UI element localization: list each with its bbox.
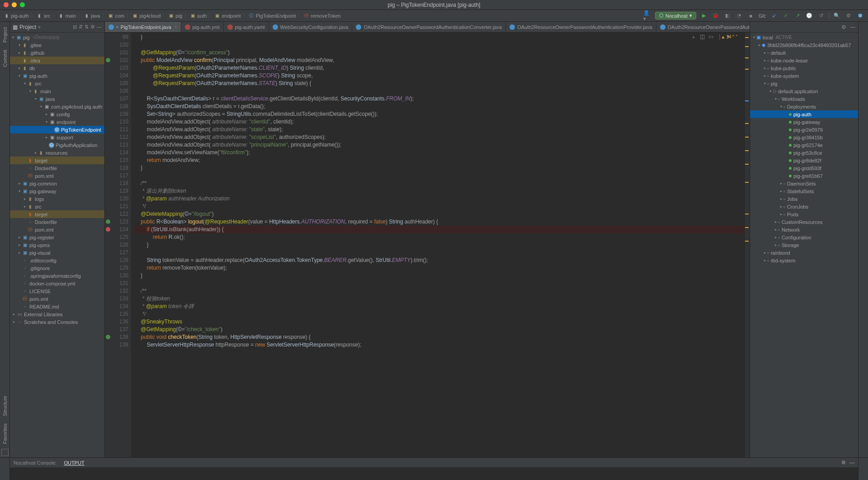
git-history-icon[interactable]: 🕘 — [805, 12, 813, 20]
breadcrumb[interactable]: ▮pig-auth〉▮src〉▮main〉▮java〉▣com〉▣pig4clo… — [4, 13, 340, 19]
tree-item[interactable]: ▫.gitignore — [10, 264, 104, 272]
nocalhost-tree-item[interactable]: pig-gateway — [750, 118, 858, 126]
breadcrumb-item[interactable]: ▣pig4cloud — [132, 13, 160, 19]
breadcrumb-item[interactable]: ▮pig-auth — [4, 13, 29, 19]
more-icon[interactable]: ⋮ — [717, 33, 722, 41]
nocalhost-tree[interactable]: ▾▣ localACTIVE ▸◆ 3fdd22b806fb4f6ca23c49… — [750, 33, 858, 457]
code-viewport[interactable]: ▲ 14 ^ ˅ ＋ ◫ ▭ ⋮ ✦ } @GetMapping(©="/con… — [131, 33, 744, 457]
profile-button[interactable]: ◔ — [735, 12, 743, 20]
nocalhost-tree-item[interactable]: ▸▫CustomResources — [750, 218, 858, 226]
breadcrumb-item[interactable]: ▮java — [84, 13, 100, 19]
nocalhost-tree-item[interactable]: ▸▫Jobs — [750, 195, 858, 203]
tree-item[interactable]: ⓜpom.xml — [10, 172, 104, 180]
close-window[interactable] — [4, 2, 9, 7]
tree-item[interactable]: ⒸPigTokenEndpoint — [10, 126, 104, 133]
expand-all-icon[interactable]: ⇵ — [79, 24, 83, 30]
left-rail-structure[interactable]: Structure — [1, 392, 9, 420]
editor-tab[interactable]: OAuth2ResourceOwnerPasswordAuthenticatio… — [656, 22, 750, 32]
tree-item[interactable]: ▸▣pig-common — [10, 180, 104, 187]
nocalhost-tree-item[interactable]: ▸▫DaemonSets — [750, 180, 858, 187]
console-tab-output[interactable]: OUTPUT — [64, 460, 84, 466]
zoom-window[interactable] — [20, 2, 25, 7]
tree-item[interactable]: ▫docker-compose.yml — [10, 280, 104, 287]
editor-tab[interactable]: pig-auth.yml — [181, 22, 224, 32]
nocalhost-tree-item[interactable]: ▸▫kube-public — [750, 64, 858, 72]
nocalhost-tree-item[interactable]: ▾▫Workloads — [750, 95, 858, 103]
project-title[interactable]: Project — [19, 24, 36, 30]
git-push-icon[interactable]: ↗ — [793, 12, 802, 20]
editor-tab[interactable]: OAuth2ResourceOwnerPasswordAuthenticatio… — [352, 22, 506, 32]
git-update-icon[interactable]: ↙ — [770, 12, 778, 20]
tree-item[interactable]: ▮.idea — [10, 57, 104, 64]
nocalhost-tree-item[interactable]: ▸▫rbd-system — [750, 257, 858, 264]
tree-item[interactable]: ▾▣java — [10, 95, 104, 103]
nocalhost-tree-item[interactable]: pig-grdd593f — [750, 164, 858, 172]
traffic-lights[interactable] — [4, 2, 25, 7]
split-icon[interactable]: ◫ — [700, 33, 705, 41]
code-content[interactable]: } @GetMapping(©="/confirm_access") publi… — [131, 33, 744, 350]
left-rail-project[interactable]: Project — [1, 24, 9, 46]
tree-item[interactable]: ▾▣com.pig4cloud.pig.auth — [10, 103, 104, 110]
breadcrumb-item[interactable]: ▣auth — [190, 13, 207, 19]
tree-item[interactable]: ▫README.md — [10, 303, 104, 310]
tree-item[interactable]: ▫Dockerfile — [10, 218, 104, 226]
breadcrumb-item[interactable]: ▣endpoint — [214, 13, 241, 19]
nocalhost-tree-item[interactable]: ▸▫kube-node-lease — [750, 57, 858, 64]
editor-tab[interactable]: WebSecurityConfiguration.java — [269, 22, 353, 32]
editor-tab[interactable]: OAuth2ResourceOwnerPasswordAuthenticatio… — [506, 22, 656, 32]
cluster-id[interactable]: ▸◆ 3fdd22b806fb4f6ca23c49493201ab57 — [750, 41, 858, 49]
hide-tool-icon[interactable]: — — [97, 24, 102, 30]
breadcrumb-item[interactable]: ⓜremoveToken — [303, 13, 340, 19]
coverage-button[interactable]: ◧ — [723, 12, 731, 20]
settings-icon[interactable]: ⚙ — [844, 12, 853, 20]
minimize-window[interactable] — [12, 2, 17, 7]
nocalhost-tree-item[interactable]: ▸▫CronJobs — [750, 203, 858, 210]
breadcrumb-item[interactable]: ▣pig — [168, 13, 182, 19]
collapse-all-icon[interactable]: ⇅ — [85, 24, 89, 30]
editor-tabs[interactable]: ●PigTokenEndpoint.java×pig-auth.ymlpig-a… — [105, 22, 750, 33]
nocalhost-tree-item[interactable]: ▸▫rainbond — [750, 249, 858, 257]
nocalhost-tree-item[interactable]: ▸▫Configuration — [750, 233, 858, 241]
console-gear-icon[interactable]: ⚙ — [841, 460, 846, 466]
editor-tab[interactable]: pig-auth.yaml — [224, 22, 269, 32]
project-tree[interactable]: ▾▣ pig ~/Desktop/pig ▾▮.gitee▸▮.github▮.… — [10, 33, 104, 457]
tree-item[interactable]: ▮target — [10, 210, 104, 218]
reader-icon[interactable]: ▭ — [708, 33, 713, 41]
tree-item[interactable]: ▸▮.github — [10, 49, 104, 57]
magic-icon[interactable]: ✦ — [726, 33, 731, 41]
tree-item[interactable]: ▸▣pig-visual — [10, 249, 104, 257]
nocalhost-tree-item[interactable]: pig-gr8de82f — [750, 157, 858, 164]
tool-settings-icon[interactable]: ⚙ — [90, 24, 95, 30]
nocalhost-tree-item[interactable]: pig-gr2e0979 — [750, 126, 858, 133]
nocalhost-tree-item[interactable]: ▸▫default — [750, 49, 858, 57]
user-icon[interactable]: 👤▾ — [643, 12, 651, 20]
nocalhost-brand-icon[interactable]: ⬢ — [856, 12, 864, 20]
nocalhost-tree-item[interactable]: ▾◇default.application — [750, 87, 858, 95]
search-icon[interactable]: 🔍 — [833, 12, 841, 20]
tree-item[interactable]: ▸▮logs — [10, 195, 104, 203]
cluster-root[interactable]: ▾▣ localACTIVE — [750, 33, 858, 41]
tree-item[interactable]: ▸▣pig-register — [10, 233, 104, 241]
nocalhost-tree-item[interactable]: ▸▫Storage — [750, 241, 858, 249]
debug-button[interactable]: 🐞 — [712, 12, 720, 20]
nocalhost-tree-item[interactable]: pig-gre81b67 — [750, 172, 858, 180]
nocalhost-tree-item[interactable]: ▸▫StatefulSets — [750, 187, 858, 195]
tree-item[interactable]: ⓜpom.xml — [10, 295, 104, 303]
tree-item[interactable]: ▾▣pig-auth — [10, 72, 104, 80]
left-rail-box-icon[interactable] — [1, 449, 9, 456]
run-button[interactable]: ▶ — [700, 12, 708, 20]
tree-item[interactable]: ▫Dockerfile — [10, 164, 104, 172]
project-root[interactable]: ▾▣ pig ~/Desktop/pig — [10, 33, 104, 41]
hide-icon[interactable]: — — [850, 24, 855, 30]
git-commit-icon[interactable]: ✓ — [782, 12, 790, 20]
tree-item[interactable]: ▾▣endpoint — [10, 118, 104, 126]
console-hide-icon[interactable]: — — [849, 460, 854, 466]
tree-item[interactable]: ▸▮src — [10, 203, 104, 210]
nocalhost-tree-item[interactable]: ▸▫Pods — [750, 210, 858, 218]
nocalhost-tree-item[interactable]: ▸▫kube-system — [750, 72, 858, 80]
console-output[interactable] — [10, 468, 858, 480]
breadcrumb-item[interactable]: ⒸPigTokenEndpoint — [249, 13, 296, 19]
select-opened-icon[interactable]: ⊟ — [73, 24, 77, 30]
tree-item[interactable]: ▾▮main — [10, 87, 104, 95]
nocalhost-tree-item[interactable]: pig-gr38415b — [750, 133, 858, 141]
